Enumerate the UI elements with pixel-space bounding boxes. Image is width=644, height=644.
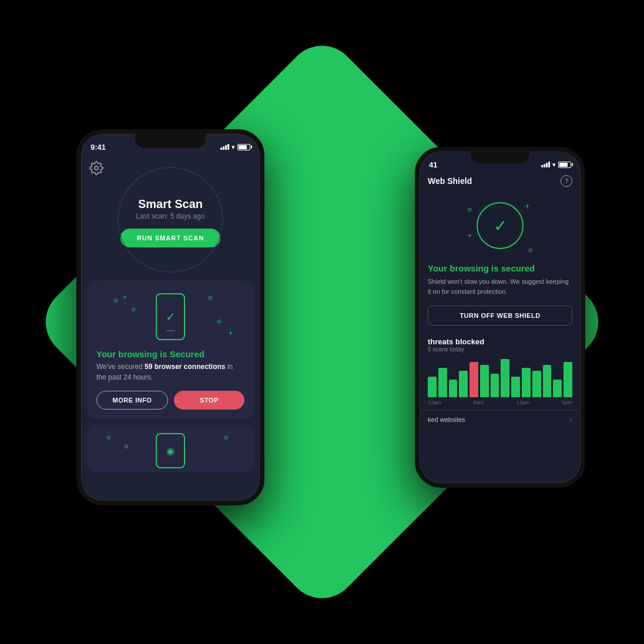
chart-bar <box>459 371 468 397</box>
battery-icon-back <box>558 162 571 168</box>
phone-shield-illustration: ✓ 〜〜 <box>156 293 185 340</box>
shield-circle: ✓ <box>477 202 524 249</box>
wifi-icon-back: ▾ <box>552 161 556 169</box>
phone-back: 41 ▾ Web Shield ? <box>415 147 585 488</box>
browsing-card-title: Your browsing is Secured <box>96 349 244 359</box>
plus-decoration-1: + <box>525 202 529 210</box>
threats-blocked-title: threats blocked <box>428 337 572 346</box>
back-shield-illustration: ✓ + + <box>420 192 581 262</box>
bottom-card-illustration: ◉ <box>95 433 246 468</box>
front-phone-content: Smart Scan Last scan: 5 days ago RUN SMA… <box>81 155 260 501</box>
scene: 41 ▾ Web Shield ? <box>0 0 644 644</box>
chart-bar <box>501 359 509 397</box>
blocked-websites-label: ked websites <box>428 416 465 423</box>
chart-time-labels: 12am 6am 12pm 6pm <box>420 397 581 408</box>
blocked-websites-row[interactable]: ked websites › <box>420 410 581 428</box>
phone-front: 9:41 ▾ <box>76 129 264 505</box>
dot-deco-1 <box>114 299 118 303</box>
notch-front <box>135 134 206 148</box>
scan-dots-ring <box>118 167 223 273</box>
battery-icon-front <box>237 144 250 150</box>
dot-decoration-2 <box>529 249 532 252</box>
chart-bar <box>532 371 541 397</box>
back-browsing-title: Your browsing is secured <box>420 262 581 274</box>
chevron-right-icon: › <box>570 415 572 424</box>
chart-bar <box>438 368 447 397</box>
dot-b2 <box>125 445 128 448</box>
scan-circle: Smart Scan Last scan: 5 days ago RUN SMA… <box>118 167 223 273</box>
dot-b3 <box>224 436 228 440</box>
signal-icon-front <box>220 144 229 150</box>
card-action-buttons: MORE INFO STOP <box>96 391 244 410</box>
smart-scan-area: Smart Scan Last scan: 5 days ago RUN SMA… <box>81 155 260 273</box>
turn-off-web-shield-button[interactable]: TURN OFF WEB SHIELD <box>428 306 572 326</box>
chart-bar <box>564 362 572 397</box>
browsing-card-desc: We've secured 59 browser connections in … <box>96 361 244 383</box>
back-screen-title: Web Shield <box>428 176 472 186</box>
signal-icon-back <box>541 162 550 167</box>
threats-section: threats blocked 0 scans today <box>420 333 581 356</box>
bottom-partial-card: ◉ <box>87 425 254 472</box>
back-browsing-desc: Shield won't slow you down. We suggest k… <box>420 274 581 298</box>
chart-bar <box>543 365 552 397</box>
globe-illustration: ◉ <box>156 433 185 468</box>
chart-bar <box>428 377 437 397</box>
status-icons-front: ▾ <box>220 143 250 151</box>
stop-button[interactable]: STOP <box>174 391 244 410</box>
browsing-card: + + ✓ 〜〜 Your browsing is Secured We've … <box>87 281 254 419</box>
status-icons-back: ▾ <box>541 161 571 169</box>
status-time-front: 9:41 <box>90 143 106 152</box>
dot-deco-3 <box>217 320 221 323</box>
shield-check-icon: ✓ <box>166 310 176 324</box>
plus-deco-2: + <box>229 329 233 337</box>
card-illustration: + + ✓ 〜〜 <box>96 290 244 343</box>
chart-bar <box>511 377 520 397</box>
shield-checkmark-icon: ✓ <box>494 216 507 236</box>
chart-bar <box>449 380 458 397</box>
dot-decoration-1 <box>468 208 471 212</box>
wifi-icon-front: ▾ <box>232 143 235 151</box>
plus-decoration-2: + <box>468 232 472 240</box>
dot-deco-4 <box>209 296 212 300</box>
chart-bar <box>491 374 499 397</box>
dot-b1 <box>107 436 110 440</box>
chart-bar <box>469 362 478 397</box>
dot-deco-2 <box>132 308 135 311</box>
plus-deco-1: + <box>123 293 127 301</box>
threats-bar-chart <box>420 356 581 397</box>
settings-icon[interactable] <box>89 161 103 175</box>
help-button[interactable]: ? <box>561 175 572 187</box>
notch-back <box>471 152 529 163</box>
back-phone-content: Web Shield ? ✓ + + Your br <box>420 169 581 483</box>
chart-bar <box>553 380 562 397</box>
scans-today-label: 0 scans today <box>428 346 572 353</box>
svg-point-0 <box>95 166 98 170</box>
chart-bar <box>522 368 531 397</box>
status-time-back: 41 <box>429 160 437 169</box>
chart-bar <box>480 365 489 397</box>
wave-decoration: 〜〜 <box>166 328 175 334</box>
more-info-button[interactable]: MORE INFO <box>96 391 168 410</box>
